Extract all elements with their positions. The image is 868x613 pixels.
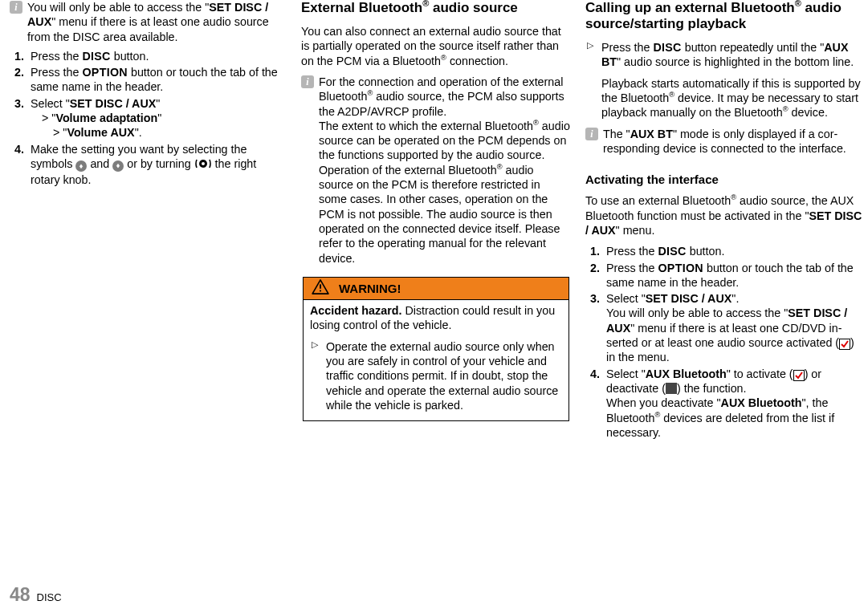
- step-4: Make the setting you want by selecting t…: [27, 142, 287, 188]
- action-item: Press the DISC button repeatedly until t…: [585, 40, 862, 120]
- info-note: i The "AUX BT" mode is only displayed if…: [585, 127, 862, 156]
- info-icon: i: [585, 128, 598, 140]
- warning-action: Operate the external audio source only w…: [310, 339, 562, 412]
- step-1: Press the DISC button.: [27, 49, 287, 63]
- column-1: i You will only be able to access the "S…: [10, 0, 287, 441]
- page-footer: 48 DISC: [10, 583, 62, 607]
- warning-header: WARNING!: [304, 278, 568, 300]
- svg-rect-2: [320, 284, 321, 288]
- steps-list: Press the DISC button. Press the OPTION …: [10, 49, 287, 188]
- info-note: i For the connection and operation of th…: [301, 75, 571, 266]
- step-3: Select "SET DISC / AUX" "Volume adaptati…: [27, 96, 287, 140]
- page-number: 48: [10, 583, 31, 607]
- checkbox-unchecked-icon: [666, 383, 677, 394]
- info-note: i You will only be able to access the "S…: [10, 0, 287, 44]
- column-3: Calling up an external Bluetooth® audio …: [585, 0, 862, 441]
- info-text: You will only be able to access the "SET…: [27, 0, 287, 44]
- warning-action-list: Operate the external audio source only w…: [310, 339, 562, 412]
- page-columns: i You will only be able to access the "S…: [0, 0, 868, 441]
- info-icon: i: [301, 75, 314, 88]
- checkbox-checked-icon: [839, 339, 850, 350]
- sub-heading: Activating the interface: [585, 172, 862, 187]
- info-text: For the connection and operation of the …: [319, 75, 571, 266]
- column-2: External Bluetooth® audio source You can…: [301, 0, 571, 441]
- step-2: Press the OPTION button or touch the tab…: [603, 261, 862, 290]
- warning-triangle-icon: [312, 279, 329, 298]
- option-button-label: OPTION: [82, 66, 128, 79]
- info-text: The "AUX BT" mode is only displayed if a…: [603, 127, 862, 156]
- warning-box: WARNING! Accident hazard. Distraction co…: [303, 277, 569, 421]
- step-1: Press the DISC button.: [603, 244, 862, 258]
- disc-button-label: DISC: [653, 41, 681, 54]
- step-4: Select "AUX Bluetooth" to activate () or…: [603, 367, 862, 440]
- disc-button-label: DISC: [658, 245, 686, 258]
- arrow-down-icon: [112, 160, 124, 172]
- warning-body: Accident hazard. Distraction could resul…: [304, 300, 568, 420]
- warning-label: WARNING!: [339, 281, 401, 296]
- body-para: You can also connect an external audio s…: [301, 24, 571, 68]
- checkbox-checked-icon: [793, 370, 805, 381]
- steps-list: Press the DISC button. Press the OPTION …: [585, 244, 862, 440]
- step-2: Press the OPTION button or touch the tab…: [27, 65, 287, 95]
- rotary-knob-icon: [194, 158, 212, 173]
- info-icon: i: [10, 1, 22, 14]
- action-list: Press the DISC button repeatedly until t…: [585, 40, 862, 120]
- svg-point-1: [202, 162, 205, 165]
- arrow-up-icon: [75, 160, 87, 172]
- section-heading: External Bluetooth® audio source: [301, 0, 571, 16]
- section-heading: Calling up an external Bluetooth® audio …: [585, 0, 862, 32]
- step-3: Select "SET DISC / AUX". You will only b…: [603, 291, 862, 364]
- option-button-label: OPTION: [658, 262, 703, 274]
- svg-rect-3: [320, 290, 321, 291]
- disc-button-label: DISC: [82, 50, 110, 63]
- body-para: To use an external Bluetooth® audio sour…: [585, 193, 862, 237]
- footer-section: DISC: [37, 591, 62, 605]
